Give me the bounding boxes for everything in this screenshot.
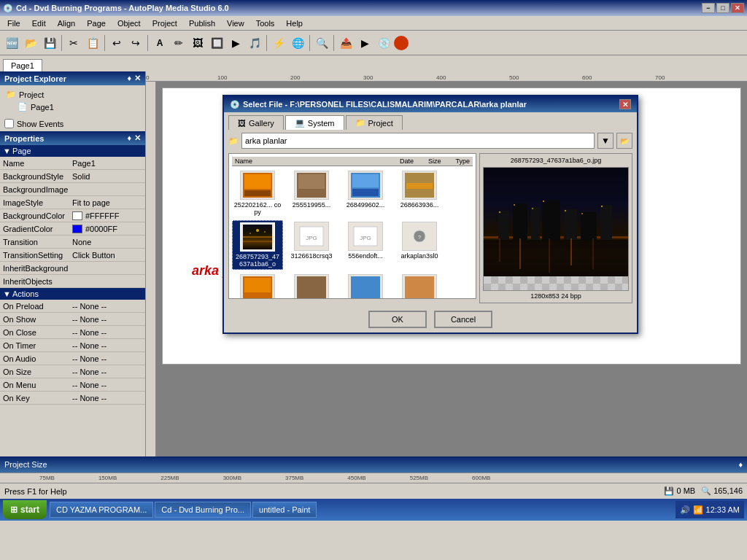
tb-redo[interactable]: ↪ — [127, 34, 144, 52]
toolbar: 🆕 📂 💾 ✂ 📋 ↩ ↪ A ✏ 🖼 🔲 ▶ 🎵 ⚡ 🌐 🔍 📤 ▶ 💿 — [0, 31, 747, 55]
tb-edit[interactable]: ✏ — [170, 34, 187, 52]
tb-publish[interactable]: 📤 — [337, 34, 355, 52]
prop-gradcolor-value: #0000FF — [69, 224, 145, 234]
tb-zoom[interactable]: 🔍 — [313, 34, 330, 52]
section-page-icon: ▼ — [3, 147, 11, 155]
tb-new[interactable]: 🆕 — [3, 34, 20, 52]
tb-save[interactable]: 💾 — [41, 34, 58, 52]
menu-page[interactable]: Page — [81, 18, 112, 29]
menu-bar: File Edit Align Page Object Project Publ… — [0, 16, 747, 31]
prop-onmenu-value: -- None -- — [69, 380, 145, 390]
tb-preview[interactable]: ▶ — [356, 34, 374, 52]
tb-open[interactable]: 📂 — [22, 34, 39, 52]
tb-sep1 — [61, 35, 62, 51]
prop-gradcolor[interactable]: GradientColor #0000FF — [0, 222, 145, 236]
prop-transition: Transition None — [0, 236, 145, 249]
show-events-row[interactable]: Show Events — [0, 116, 145, 131]
taskbar-item-1[interactable]: Cd - Dvd Burning Pro... — [155, 502, 251, 518]
prop-onmenu: On Menu -- None -- — [0, 378, 145, 392]
page1-icon: 📄 — [18, 102, 28, 112]
tb-undo[interactable]: ↩ — [108, 34, 125, 52]
show-events-checkbox[interactable] — [4, 119, 14, 128]
menu-tools[interactable]: Tools — [250, 18, 281, 29]
taskbar-item-0[interactable]: CD YAZMA PROGRAM... — [50, 502, 153, 518]
taskbar: ⊞ start CD YAZMA PROGRAM... Cd - Dvd Bur… — [0, 499, 747, 521]
tb-btn3[interactable]: 🎵 — [246, 34, 263, 52]
menu-publish[interactable]: Publish — [183, 18, 221, 29]
gradcolor-swatch[interactable] — [72, 225, 82, 233]
menu-help[interactable]: Help — [280, 18, 309, 29]
tb-sep3 — [147, 35, 148, 51]
menu-project[interactable]: Project — [147, 18, 183, 29]
menu-align[interactable]: Align — [52, 18, 81, 29]
prop-content: ▼ Page Name Page1 BackgroundStyle Solid … — [0, 145, 145, 456]
status-filesize: 💾 0 MB — [664, 486, 695, 496]
prop-header: Properties ♦ ✕ — [0, 131, 145, 145]
close-button[interactable]: ✕ — [731, 3, 744, 13]
tb-cd[interactable]: 💿 — [375, 34, 392, 52]
bottom-panel-title: Project Size — [4, 460, 47, 469]
prop-bgcolor[interactable]: BackgroundColor #FFFFFF — [0, 209, 145, 222]
maximize-button[interactable]: □ — [716, 3, 729, 13]
prop-onpreload-value: -- None -- — [69, 301, 145, 311]
minimize-button[interactable]: − — [702, 3, 715, 13]
prop-transset-value: Click Button — [69, 250, 145, 260]
pe-title: Project Explorer — [4, 74, 66, 83]
prop-onsize: On Size -- None -- — [0, 365, 145, 378]
tb-text[interactable]: A — [151, 34, 169, 52]
prop-bgstyle: BackgroundStyle Solid — [0, 170, 145, 183]
tb-sep6 — [333, 35, 334, 51]
tb-flash[interactable]: ⚡ — [270, 34, 287, 52]
tb-image[interactable]: 🖼 — [189, 34, 206, 52]
section-actions[interactable]: ▼ Actions — [0, 288, 145, 300]
taskbar-item-2[interactable]: untitled - Paint — [252, 502, 317, 518]
menu-object[interactable]: Object — [112, 18, 147, 29]
tb-copy[interactable]: 📋 — [84, 34, 101, 52]
prop-pin[interactable]: ♦ — [127, 133, 131, 143]
tb-cut[interactable]: ✂ — [65, 34, 82, 52]
sys-tray-icons: 🔊 📶 — [680, 505, 703, 515]
bottom-panel: Project Size ♦ — [0, 456, 747, 472]
tree-page1[interactable]: 📄 Page1 — [3, 101, 142, 113]
pe-close[interactable]: ✕ — [134, 74, 141, 83]
title-bar-left: 💿 Cd - Dvd Burning Programs - AutoPlay M… — [3, 4, 229, 13]
tree-project[interactable]: 📁 Project — [3, 88, 142, 101]
menu-edit[interactable]: Edit — [26, 18, 52, 29]
sys-time: 12:33 AM — [706, 505, 740, 514]
tab-page1[interactable]: Page1 — [3, 59, 42, 71]
start-icon: ⊞ — [10, 505, 18, 515]
status-count: 🔍 165,146 — [701, 486, 743, 496]
tb-web[interactable]: 🌐 — [289, 34, 306, 52]
show-events-label: Show Events — [17, 120, 63, 128]
prop-onaudio-value: -- None -- — [69, 354, 145, 364]
tb-extra[interactable] — [394, 36, 409, 50]
section-page[interactable]: ▼ Page — [0, 145, 145, 157]
prop-close[interactable]: ✕ — [134, 133, 141, 143]
prop-inheritobj: InheritObjects — [0, 275, 145, 288]
section-actions-label: Actions — [12, 289, 39, 298]
prop-onpreload: On Preload -- None -- — [0, 300, 145, 313]
start-button[interactable]: ⊞ start — [3, 500, 47, 519]
menu-file[interactable]: File — [1, 18, 26, 29]
bgcolor-swatch[interactable] — [72, 211, 82, 220]
project-icon: 📁 — [6, 90, 16, 99]
ruler-vertical — [146, 82, 156, 456]
prop-inheritbg: InheritBackground — [0, 262, 145, 275]
canvas-page: arka plani olusturucak resmi secin ve ok… — [162, 88, 741, 365]
prop-ontimer-value: -- None -- — [69, 341, 145, 351]
sys-tray: 🔊 📶 12:33 AM — [676, 501, 744, 518]
pe-pin[interactable]: ♦ — [127, 74, 131, 83]
prop-onkey: On Key -- None -- — [0, 392, 145, 405]
title-bar: 💿 Cd - Dvd Burning Programs - AutoPlay M… — [0, 0, 747, 16]
bottom-panel-pin[interactable]: ♦ — [738, 460, 743, 469]
tb-btn1[interactable]: 🔲 — [208, 34, 225, 52]
menu-view[interactable]: View — [221, 18, 250, 29]
tb-btn2[interactable]: ▶ — [227, 34, 244, 52]
prop-bgcolor-value: #FFFFFF — [69, 211, 145, 221]
section-page-label: Page — [12, 147, 31, 155]
prop-title: Properties — [4, 134, 44, 143]
prop-onshow: On Show -- None -- — [0, 313, 145, 326]
prop-transition-value: None — [69, 237, 145, 247]
status-bar: Press F1 for Help 💾 0 MB 🔍 165,146 — [0, 483, 747, 499]
prop-bgimage: BackgroundImage — [0, 183, 145, 196]
